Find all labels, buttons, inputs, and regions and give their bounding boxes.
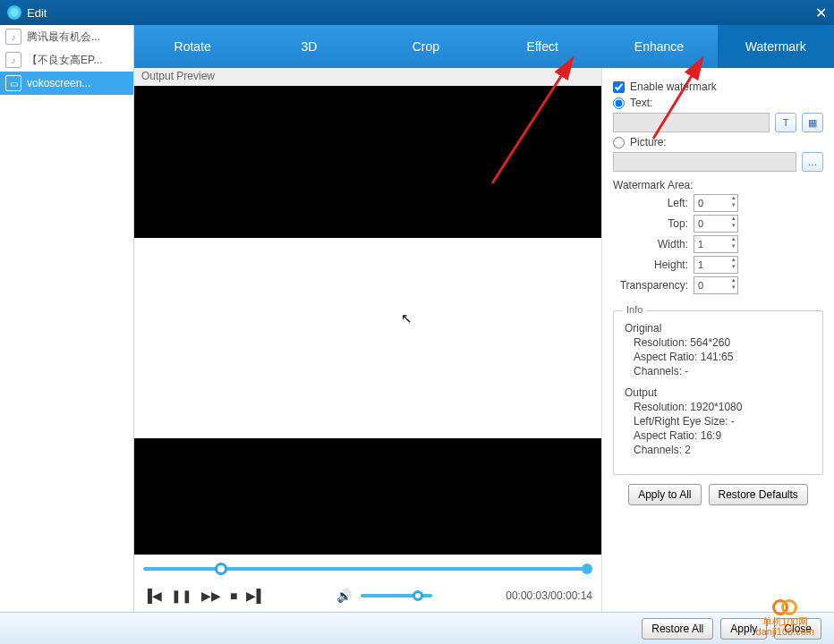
- ff-button[interactable]: ▶▶: [201, 589, 221, 603]
- file-list: ♪ 腾讯最有机会... ♪ 【不良女高EP... ▭ vokoscreen...: [0, 25, 134, 612]
- volume-icon[interactable]: 🔊: [336, 589, 352, 603]
- time-display: 00:00:03/00:00:14: [506, 589, 592, 602]
- text-radio-label: Text:: [630, 97, 652, 109]
- picture-radio-label: Picture:: [630, 136, 667, 148]
- height-spinner[interactable]: 1: [694, 256, 738, 274]
- output-ar: Aspect Ratio: 16:9: [634, 429, 815, 442]
- browse-button[interactable]: …: [802, 152, 823, 172]
- info-group: Info Original Resolution: 564*260 Aspect…: [613, 310, 823, 475]
- top-spinner[interactable]: 0: [694, 215, 738, 233]
- player-controls: ▐◀ ❚❚ ▶▶ ■ ▶▌ 🔊 00:00:03/00:00:14: [134, 580, 601, 612]
- text-radio[interactable]: [613, 97, 625, 109]
- tab-effect[interactable]: Effect: [484, 25, 600, 68]
- app-icon: [7, 5, 21, 20]
- close-icon[interactable]: ✕: [815, 4, 827, 21]
- restore-defaults-button[interactable]: Restore Defaults: [709, 484, 808, 505]
- font-button[interactable]: T: [775, 113, 796, 132]
- music-icon: ♪: [5, 29, 21, 45]
- left-label: Left:: [613, 197, 688, 209]
- video-icon: ▭: [5, 75, 21, 91]
- area-label: Watermark Area:: [613, 179, 823, 191]
- music-icon: ♪: [5, 52, 21, 68]
- preview-area: ↖: [134, 86, 601, 555]
- width-spinner[interactable]: 1: [694, 235, 738, 253]
- list-item[interactable]: ▭ vokoscreen...: [0, 72, 133, 95]
- original-res: Resolution: 564*260: [634, 336, 815, 349]
- file-label: 腾讯最有机会...: [27, 30, 100, 45]
- width-label: Width:: [613, 238, 688, 250]
- apply-button[interactable]: Apply: [720, 618, 767, 640]
- color-button[interactable]: ▦: [802, 113, 823, 132]
- tab-3d[interactable]: 3D: [251, 25, 367, 68]
- output-ch: Channels: 2: [634, 444, 815, 456]
- output-res: Resolution: 1920*1080: [634, 401, 815, 413]
- picture-radio[interactable]: [613, 137, 625, 148]
- window-title: Edit: [27, 6, 47, 20]
- file-label: vokoscreen...: [27, 77, 90, 89]
- height-label: Height:: [613, 258, 688, 271]
- next-button[interactable]: ▶▌: [246, 589, 265, 603]
- video-frame: [134, 238, 601, 438]
- cursor-icon: ↖: [401, 310, 413, 326]
- seek-slider[interactable]: [143, 560, 592, 578]
- original-head: Original: [625, 322, 815, 335]
- volume-slider[interactable]: [361, 594, 432, 597]
- pause-button[interactable]: ❚❚: [171, 589, 192, 603]
- file-label: 【不良女高EP...: [27, 53, 102, 68]
- restore-all-button[interactable]: Restore All: [642, 618, 713, 640]
- original-ar: Aspect Ratio: 141:65: [634, 351, 815, 363]
- close-button[interactable]: Close: [774, 618, 821, 640]
- stop-button[interactable]: ■: [230, 589, 237, 603]
- prev-button[interactable]: ▐◀: [143, 589, 162, 603]
- enable-watermark-checkbox[interactable]: [613, 81, 625, 93]
- picture-input[interactable]: [613, 152, 796, 172]
- info-legend: Info: [623, 304, 646, 315]
- enable-watermark-label: Enable watermark: [630, 80, 717, 93]
- text-input[interactable]: [613, 113, 770, 132]
- output-eye: Left/Right Eye Size: -: [634, 415, 815, 428]
- left-spinner[interactable]: 0: [694, 194, 738, 212]
- apply-all-button[interactable]: Apply to All: [628, 484, 701, 505]
- original-ch: Channels: -: [634, 365, 815, 377]
- tab-watermark[interactable]: Watermark: [718, 25, 834, 68]
- preview-label: Output Preview: [134, 68, 601, 86]
- tab-crop[interactable]: Crop: [368, 25, 484, 68]
- tab-enhance[interactable]: Enhance: [600, 25, 717, 68]
- footer: Restore All Apply Close: [0, 612, 834, 644]
- top-label: Top:: [613, 217, 688, 230]
- trans-label: Transparency:: [613, 279, 688, 292]
- list-item[interactable]: ♪ 腾讯最有机会...: [0, 25, 133, 48]
- trans-spinner[interactable]: 0: [694, 276, 738, 294]
- tab-bar: Rotate 3D Crop Effect Enhance Watermark: [134, 25, 834, 68]
- list-item[interactable]: ♪ 【不良女高EP...: [0, 48, 133, 72]
- output-head: Output: [625, 386, 815, 399]
- watermark-panel: Enable watermark Text: T ▦ Picture:: [601, 68, 834, 612]
- tab-rotate[interactable]: Rotate: [134, 25, 251, 68]
- title-bar: Edit ✕: [0, 0, 834, 25]
